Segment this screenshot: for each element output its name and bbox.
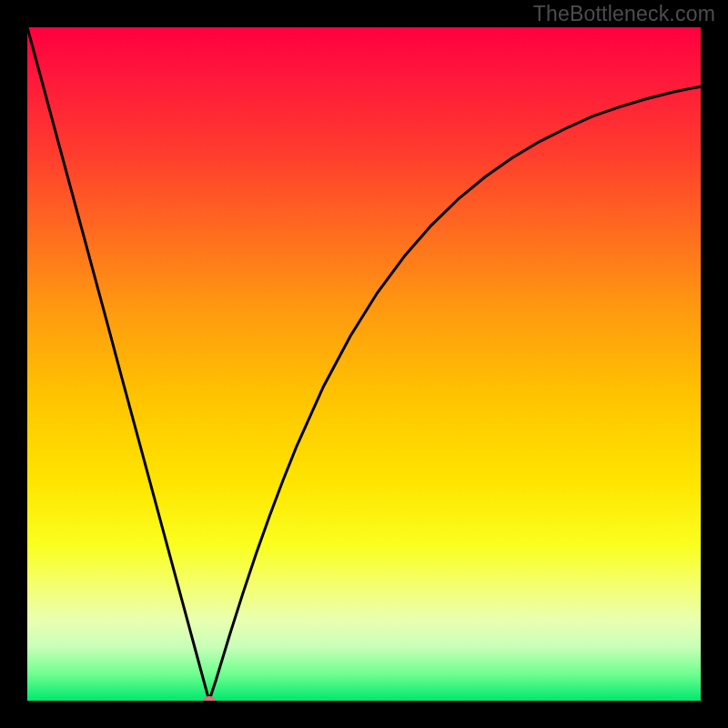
frame-bottom [0, 701, 728, 728]
bottleneck-curve [27, 27, 701, 701]
curve-svg [27, 27, 701, 701]
frame-right [701, 0, 728, 728]
plot-area [27, 27, 701, 701]
frame-left [0, 0, 27, 728]
watermark-text: TheBottleneck.com [533, 2, 715, 26]
